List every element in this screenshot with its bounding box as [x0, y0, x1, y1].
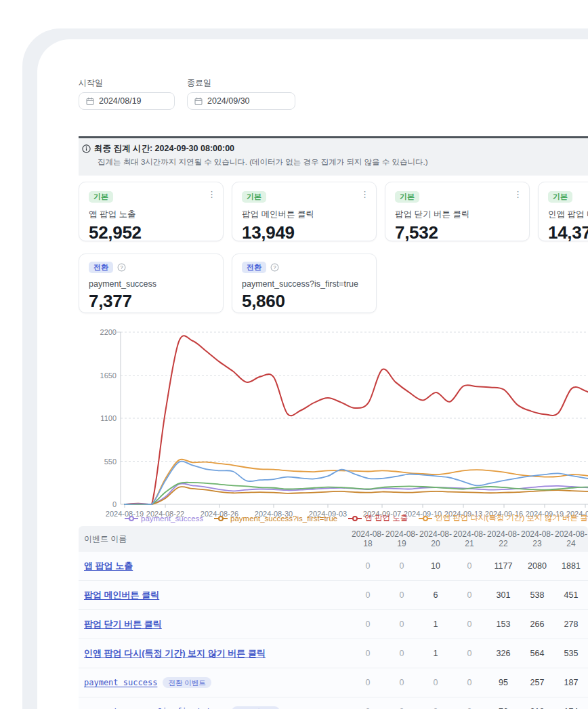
column-header: 2024-08-23 [520, 529, 554, 548]
table-cell: 0 [453, 561, 486, 571]
card-title: payment_success [89, 279, 213, 289]
chart-line [125, 336, 588, 504]
card-title: 팝업 메인버튼 클릭 [242, 209, 366, 220]
table-cell: 278 [554, 620, 588, 629]
legend-item: payment_success [125, 514, 203, 523]
stat-card: 기본 ⋮ 팝업 닫기 버튼 클릭 7,532 [385, 182, 530, 241]
table-cell: 0 [351, 561, 385, 571]
card-type-badge: 기본 [395, 191, 419, 203]
table-cell: 1177 [486, 561, 520, 571]
legend-line-marker-icon [348, 515, 362, 522]
table-cell: 0 [453, 620, 486, 629]
table-cell: 301 [486, 590, 520, 600]
table-cell: 1 [419, 620, 453, 629]
event-name-header: 이벤트 이름 [79, 533, 351, 545]
end-date-input[interactable]: 2024/09/30 [187, 92, 295, 110]
table-cell: 0 [385, 620, 419, 629]
table-row: 팝업 닫기 버튼 클릭0010153266278 [79, 610, 588, 639]
table-cell: 0 [453, 649, 486, 658]
legend-label: 앱 팝업 노출 [364, 513, 408, 523]
stat-card: 기본 ⋮ 팝업 메인버튼 클릭 13,949 [232, 182, 377, 241]
table-cell: 0 [419, 678, 453, 687]
table-cell: 1 [419, 649, 453, 658]
kebab-menu-icon[interactable]: ⋮ [513, 189, 522, 199]
column-header: 2024-08-22 [486, 529, 520, 548]
event-link[interactable]: 인앱 팝업 다시(특정 기간) 보지 않기 버튼 클릭 [84, 647, 266, 660]
table-cell: 535 [554, 649, 588, 658]
card-value: 7,377 [89, 291, 213, 312]
start-date-input[interactable]: 2024/08/19 [79, 92, 175, 110]
card-type-badge: 전환 [89, 262, 113, 273]
svg-text:?: ? [120, 264, 123, 270]
event-link[interactable]: 팝업 메인버튼 클릭 [84, 589, 159, 601]
table-cell: 0 [385, 561, 419, 571]
help-circle-icon[interactable]: ? [270, 263, 279, 272]
table-header: 이벤트 이름 2024-08-182024-08-192024-08-20202… [79, 526, 588, 552]
card-value: 7,532 [395, 222, 520, 243]
calendar-icon [194, 97, 203, 106]
column-header: 2024-08-19 [385, 529, 419, 548]
legend-label: payment_success?is_first=true [230, 514, 337, 523]
event-link[interactable]: 앱 팝업 노출 [84, 560, 133, 572]
event-name-cell: payment_success?is_first=true전환 이벤트 [79, 706, 351, 709]
table-cell: 0 [351, 678, 385, 687]
chart-legend: payment_successpayment_success?is_first=… [79, 513, 588, 523]
stat-card: 기본 ⋮ 앱 팝업 노출 52,952 [79, 182, 224, 241]
table-cell: 326 [486, 649, 520, 658]
conversion-event-badge: 전환 이벤트 [232, 706, 280, 709]
table-row: payment_success전환 이벤트000095257187 [79, 668, 588, 697]
column-header: 2024-08-21 [453, 529, 486, 548]
event-name-cell: 앱 팝업 노출 [79, 560, 351, 572]
card-value: 5,860 [242, 291, 366, 312]
card-type-badge: 기본 [548, 191, 572, 203]
table-cell: 538 [520, 590, 554, 600]
card-title: payment_success?is_first=true [242, 279, 366, 289]
column-header: 2024-08-18 [351, 529, 385, 548]
y-axis-tick-label: 1100 [100, 414, 117, 422]
table-cell: 1881 [554, 561, 588, 571]
end-date-value: 2024/09/30 [207, 96, 250, 106]
table-cell: 0 [453, 678, 486, 687]
info-icon [82, 144, 91, 153]
table-cell: 0 [351, 590, 385, 600]
table-cell: 0 [351, 620, 385, 629]
svg-text:?: ? [273, 264, 276, 270]
help-circle-icon[interactable]: ? [117, 263, 126, 272]
y-axis-tick-label: 0 [112, 500, 117, 508]
kebab-menu-icon[interactable]: ⋮ [360, 189, 369, 199]
stat-card: 기본 ⋮ 인앱 팝업 다시(특정 기간) 보지 않기 버튼 클릭 14,373 [538, 182, 588, 241]
legend-item: payment_success?is_first=true [214, 514, 337, 523]
event-link[interactable]: 팝업 닫기 버튼 클릭 [84, 618, 162, 630]
table-cell: 153 [486, 620, 520, 629]
table-cell: 0 [385, 649, 419, 658]
calendar-icon [86, 97, 94, 106]
card-title: 팝업 닫기 버튼 클릭 [395, 209, 520, 220]
table-cell: 10 [419, 561, 453, 571]
table-cell: 6 [419, 590, 453, 600]
start-date-label: 시작일 [79, 77, 175, 89]
notice-title: 최종 집계 시간: 2024-09-30 08:00:00 [94, 143, 234, 155]
card-type-badge: 기본 [89, 191, 113, 203]
card-type-badge: 기본 [242, 191, 266, 203]
start-date-field: 시작일 2024/08/19 [79, 77, 175, 110]
stat-card: 전환 ? payment_success 7,377 [79, 254, 224, 313]
card-title: 앱 팝업 노출 [89, 209, 213, 220]
basic-cards-row: 기본 ⋮ 앱 팝업 노출 52,952 기본 ⋮ 팝업 메인버튼 클릭 13,9… [79, 182, 588, 241]
table-cell: 451 [554, 590, 588, 600]
legend-item: 인앱 팝업 다시(특정 기간) 보지 않기 버튼 클릭 [419, 513, 588, 523]
table-cell: 0 [385, 590, 419, 600]
legend-line-marker-icon [214, 515, 228, 522]
table-cell: 0 [351, 649, 385, 658]
end-date-label: 종료일 [187, 77, 295, 89]
table-cell: 0 [385, 678, 419, 687]
stat-card: 전환 ? payment_success?is_first=true 5,860 [232, 254, 377, 313]
card-type-badge: 전환 [242, 262, 266, 273]
event-link[interactable]: payment_success [84, 678, 157, 687]
card-value: 13,949 [242, 222, 366, 243]
chart-line [125, 487, 588, 504]
kebab-menu-icon[interactable]: ⋮ [207, 189, 216, 199]
table-cell: 2080 [520, 561, 554, 571]
table-row: 앱 팝업 노출00100117720801881 [79, 552, 588, 581]
events-table: 이벤트 이름 2024-08-182024-08-192024-08-20202… [79, 526, 588, 709]
table-body: 앱 팝업 노출00100117720801881팝업 메인버튼 클릭006030… [79, 552, 588, 709]
